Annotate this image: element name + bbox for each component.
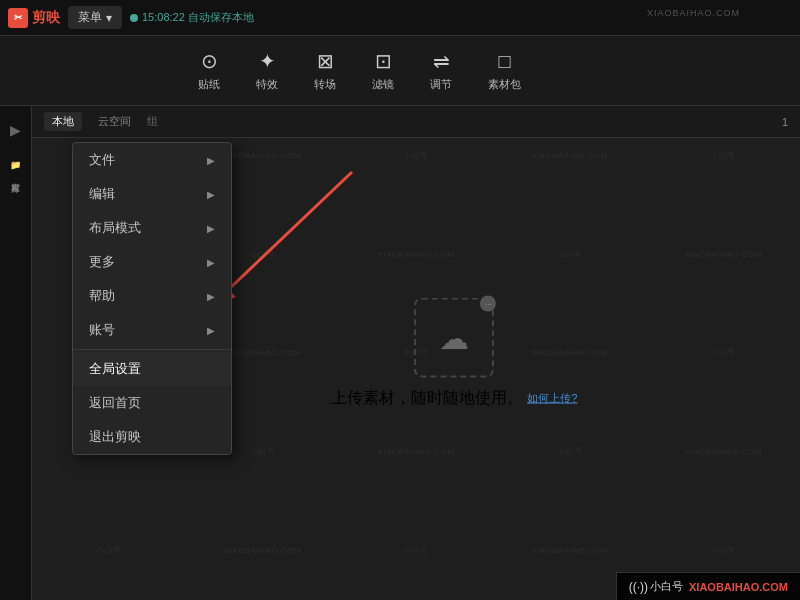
wm-cell: XIAOBAIHAO.COM [186, 501, 340, 600]
menu-quit-label: 退出剪映 [89, 428, 141, 446]
wm-cell: XIAOBAIHAO.COM [646, 205, 800, 304]
toolbar-effects[interactable]: ✦ 特效 [248, 45, 286, 96]
toolbar-transitions[interactable]: ⊠ 转场 [306, 45, 344, 96]
menu-global-settings-label: 全局设置 [89, 360, 141, 378]
group-label: 组 [147, 114, 158, 129]
watermark-label: 小白号 [650, 579, 683, 594]
app-logo: ✂ 剪映 [8, 8, 60, 28]
sidebar-toggle[interactable]: ▶ [2, 116, 30, 144]
upload-description: 上传素材，随时随地使用。 [331, 388, 523, 409]
wm-cell: 小白号 [339, 501, 493, 600]
filters-label: 滤镜 [372, 77, 394, 92]
asset-library-icon: 📁 [10, 160, 21, 170]
titlebar: ✂ 剪映 菜单 ▾ 15:08:22 自动保存本地 XIAOBAIHAO.COM [0, 0, 800, 36]
wm-cell: 小白号 [646, 304, 800, 403]
tab-cloud[interactable]: 云空间 [90, 112, 139, 131]
stickers-label: 贴纸 [198, 77, 220, 92]
menu-account-label: 账号 [89, 321, 115, 339]
cloud-upload-icon: ☁ [439, 320, 469, 355]
wm-cell: XIAOBAIHAO.COM [646, 402, 800, 501]
asset-count: 1 [782, 116, 788, 128]
status-dot-icon [130, 14, 138, 22]
wm-cell: 小白号 [493, 205, 647, 304]
watermark-bottom: ((·)) 小白号 XIAOBAIHAO.COM [616, 572, 800, 600]
menu-item-layout[interactable]: 布局模式 ▶ [73, 211, 231, 245]
wm-cell: XIAOBAIHAO.COM [339, 205, 493, 304]
menu-item-global-settings[interactable]: 全局设置 [73, 352, 231, 386]
menu-arrow-icon: ▶ [207, 223, 215, 234]
menu-item-file[interactable]: 文件 ▶ [73, 143, 231, 177]
menu-button-label: 菜单 [78, 9, 102, 26]
watermark-domain: XIAOBAIHAO.COM [689, 581, 788, 593]
effects-label: 特效 [256, 77, 278, 92]
toolbar: ⊙ 贴纸 ✦ 特效 ⊠ 转场 ⊡ 滤镜 ⇌ 调节 □ 素材包 [0, 36, 800, 106]
app-name: 剪映 [32, 9, 60, 27]
upload-drop-zone[interactable]: ☁ ··· [414, 298, 494, 378]
logo-icon: ✂ [8, 8, 28, 28]
wm-cell: XIAOBAIHAO.COM [339, 402, 493, 501]
transitions-icon: ⊠ [317, 49, 334, 73]
menu-arrow-icon: ▶ [207, 291, 215, 302]
main-layout: ▶ 📁 素材库 本地 云空间 组 1 小白号 XIAOBAIHAO.COM 小白… [0, 106, 800, 600]
toolbar-filters[interactable]: ⊡ 滤镜 [364, 45, 402, 96]
upload-area: ☁ ··· 上传素材，随时随地使用。 如何上传? [331, 298, 577, 409]
assets-icon: □ [498, 50, 510, 73]
transitions-label: 转场 [314, 77, 336, 92]
status-text: 15:08:22 自动保存本地 [142, 10, 254, 25]
dropdown-menu: 文件 ▶ 编辑 ▶ 布局模式 ▶ 更多 ▶ 帮助 ▶ 账号 ▶ [72, 142, 232, 455]
menu-arrow-icon: ▶ [207, 189, 215, 200]
menu-item-edit[interactable]: 编辑 ▶ [73, 177, 231, 211]
filters-icon: ⊡ [375, 49, 392, 73]
toolbar-adjust[interactable]: ⇌ 调节 [422, 45, 460, 96]
menu-layout-label: 布局模式 [89, 219, 141, 237]
menu-edit-label: 编辑 [89, 185, 115, 203]
menu-arrow-icon: ▶ [207, 325, 215, 336]
menu-button[interactable]: 菜单 ▾ [68, 6, 122, 29]
wm-cell: 小白号 [32, 501, 186, 600]
sidebar-item-asset-library[interactable]: 📁 素材库 [7, 156, 24, 180]
panel-header: 本地 云空间 组 1 [32, 106, 800, 138]
tab-local[interactable]: 本地 [44, 112, 82, 131]
menu-divider [73, 349, 231, 350]
adjust-icon: ⇌ [433, 49, 450, 73]
menu-chevron-icon: ▾ [106, 11, 112, 25]
menu-item-home[interactable]: 返回首页 [73, 386, 231, 420]
wm-cell: 小白号 [493, 402, 647, 501]
stickers-icon: ⊙ [201, 49, 218, 73]
watermark-logo: ((·)) 小白号 [629, 579, 683, 594]
menu-help-label: 帮助 [89, 287, 115, 305]
menu-arrow-icon: ▶ [207, 155, 215, 166]
effects-icon: ✦ [259, 49, 276, 73]
upload-text-row: 上传素材，随时随地使用。 如何上传? [331, 388, 577, 409]
content-area: 本地 云空间 组 1 小白号 XIAOBAIHAO.COM 小白号 XIAOBA… [32, 106, 800, 600]
sidebar: ▶ 📁 素材库 [0, 106, 32, 600]
menu-item-account[interactable]: 账号 ▶ [73, 313, 231, 347]
menu-item-quit[interactable]: 退出剪映 [73, 420, 231, 454]
menu-file-label: 文件 [89, 151, 115, 169]
toolbar-assets[interactable]: □ 素材包 [480, 46, 529, 96]
menu-item-help[interactable]: 帮助 ▶ [73, 279, 231, 313]
watermark-top: XIAOBAIHAO.COM [647, 8, 740, 18]
toolbar-stickers[interactable]: ⊙ 贴纸 [190, 45, 228, 96]
adjust-label: 调节 [430, 77, 452, 92]
menu-item-more[interactable]: 更多 ▶ [73, 245, 231, 279]
autosave-status: 15:08:22 自动保存本地 [130, 10, 254, 25]
upload-how-link[interactable]: 如何上传? [527, 391, 577, 406]
menu-arrow-icon: ▶ [207, 257, 215, 268]
assets-label: 素材包 [488, 77, 521, 92]
menu-more-label: 更多 [89, 253, 115, 271]
menu-home-label: 返回首页 [89, 394, 141, 412]
upload-dots-icon: ··· [480, 296, 496, 312]
antenna-icon: ((·)) [629, 580, 648, 594]
